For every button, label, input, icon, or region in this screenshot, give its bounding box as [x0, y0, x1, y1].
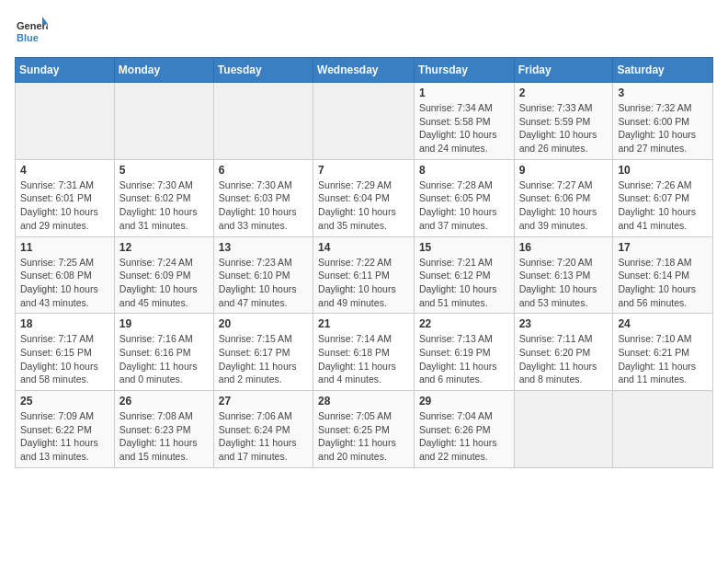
day-number: 6 [219, 164, 308, 177]
day-number: 5 [119, 164, 209, 177]
day-info: Sunrise: 7:10 AM Sunset: 6:21 PM Dayligh… [618, 332, 708, 386]
day-cell [16, 83, 115, 160]
week-row-4: 18Sunrise: 7:17 AM Sunset: 6:15 PM Dayli… [16, 314, 713, 391]
day-info: Sunrise: 7:13 AM Sunset: 6:19 PM Dayligh… [419, 332, 509, 386]
day-cell: 9Sunrise: 7:27 AM Sunset: 6:06 PM Daylig… [514, 159, 613, 236]
day-info: Sunrise: 7:15 AM Sunset: 6:17 PM Dayligh… [219, 332, 308, 386]
day-number: 8 [419, 164, 509, 177]
day-cell: 26Sunrise: 7:08 AM Sunset: 6:23 PM Dayli… [114, 391, 213, 468]
day-number: 25 [20, 395, 109, 408]
calendar-header-row: SundayMondayTuesdayWednesdayThursdayFrid… [16, 58, 713, 83]
day-cell: 8Sunrise: 7:28 AM Sunset: 6:05 PM Daylig… [414, 159, 514, 236]
day-cell: 13Sunrise: 7:23 AM Sunset: 6:10 PM Dayli… [213, 236, 313, 314]
day-cell: 20Sunrise: 7:15 AM Sunset: 6:17 PM Dayli… [213, 314, 313, 391]
day-cell: 23Sunrise: 7:11 AM Sunset: 6:20 PM Dayli… [514, 314, 613, 391]
day-number: 15 [419, 241, 509, 254]
day-info: Sunrise: 7:23 AM Sunset: 6:10 PM Dayligh… [219, 256, 308, 310]
day-cell: 17Sunrise: 7:18 AM Sunset: 6:14 PM Dayli… [613, 236, 713, 314]
day-cell [613, 391, 713, 468]
day-cell [514, 391, 613, 468]
day-cell: 18Sunrise: 7:17 AM Sunset: 6:15 PM Dayli… [16, 314, 115, 391]
week-row-5: 25Sunrise: 7:09 AM Sunset: 6:22 PM Dayli… [16, 391, 713, 468]
day-cell: 22Sunrise: 7:13 AM Sunset: 6:19 PM Dayli… [414, 314, 514, 391]
day-number: 22 [419, 317, 509, 330]
day-info: Sunrise: 7:28 AM Sunset: 6:05 PM Dayligh… [419, 178, 509, 233]
day-cell: 27Sunrise: 7:06 AM Sunset: 6:24 PM Dayli… [213, 391, 313, 468]
day-cell: 16Sunrise: 7:20 AM Sunset: 6:13 PM Dayli… [514, 236, 613, 314]
day-info: Sunrise: 7:30 AM Sunset: 6:02 PM Dayligh… [119, 178, 209, 233]
logo: General Blue [15, 15, 48, 48]
day-info: Sunrise: 7:26 AM Sunset: 6:07 PM Dayligh… [618, 178, 708, 233]
column-header-saturday: Saturday [613, 58, 713, 83]
day-number: 28 [318, 395, 409, 408]
day-cell: 3Sunrise: 7:32 AM Sunset: 6:00 PM Daylig… [613, 83, 713, 160]
day-number: 17 [618, 241, 708, 254]
day-info: Sunrise: 7:06 AM Sunset: 6:24 PM Dayligh… [219, 409, 308, 464]
day-cell: 14Sunrise: 7:22 AM Sunset: 6:11 PM Dayli… [313, 236, 415, 314]
day-number: 4 [20, 164, 109, 177]
day-number: 11 [20, 241, 109, 254]
day-number: 10 [618, 164, 708, 177]
day-info: Sunrise: 7:27 AM Sunset: 6:06 PM Dayligh… [519, 178, 609, 233]
day-cell: 2Sunrise: 7:33 AM Sunset: 5:59 PM Daylig… [514, 83, 613, 160]
day-info: Sunrise: 7:22 AM Sunset: 6:11 PM Dayligh… [318, 256, 409, 310]
day-info: Sunrise: 7:14 AM Sunset: 6:18 PM Dayligh… [318, 332, 409, 386]
day-cell: 28Sunrise: 7:05 AM Sunset: 6:25 PM Dayli… [313, 391, 415, 468]
day-cell: 7Sunrise: 7:29 AM Sunset: 6:04 PM Daylig… [313, 159, 415, 236]
day-cell: 10Sunrise: 7:26 AM Sunset: 6:07 PM Dayli… [613, 159, 713, 236]
day-number: 13 [219, 241, 308, 254]
column-header-tuesday: Tuesday [213, 58, 313, 83]
day-cell: 12Sunrise: 7:24 AM Sunset: 6:09 PM Dayli… [114, 236, 213, 314]
day-cell: 21Sunrise: 7:14 AM Sunset: 6:18 PM Dayli… [313, 314, 415, 391]
day-number: 27 [219, 395, 308, 408]
column-header-thursday: Thursday [414, 58, 514, 83]
day-cell: 29Sunrise: 7:04 AM Sunset: 6:26 PM Dayli… [414, 391, 514, 468]
day-info: Sunrise: 7:29 AM Sunset: 6:04 PM Dayligh… [318, 178, 409, 233]
day-number: 9 [519, 164, 609, 177]
day-info: Sunrise: 7:09 AM Sunset: 6:22 PM Dayligh… [20, 409, 109, 464]
day-info: Sunrise: 7:16 AM Sunset: 6:16 PM Dayligh… [119, 332, 209, 386]
day-info: Sunrise: 7:04 AM Sunset: 6:26 PM Dayligh… [419, 409, 509, 464]
day-cell: 15Sunrise: 7:21 AM Sunset: 6:12 PM Dayli… [414, 236, 514, 314]
day-cell: 25Sunrise: 7:09 AM Sunset: 6:22 PM Dayli… [16, 391, 115, 468]
day-number: 18 [20, 317, 109, 330]
day-info: Sunrise: 7:05 AM Sunset: 6:25 PM Dayligh… [318, 409, 409, 464]
page-header: General Blue [15, 15, 713, 48]
day-info: Sunrise: 7:25 AM Sunset: 6:08 PM Dayligh… [20, 256, 109, 310]
day-info: Sunrise: 7:21 AM Sunset: 6:12 PM Dayligh… [419, 256, 509, 310]
day-number: 2 [519, 86, 609, 99]
day-info: Sunrise: 7:17 AM Sunset: 6:15 PM Dayligh… [20, 332, 109, 386]
day-info: Sunrise: 7:20 AM Sunset: 6:13 PM Dayligh… [519, 256, 609, 310]
week-row-2: 4Sunrise: 7:31 AM Sunset: 6:01 PM Daylig… [16, 159, 713, 236]
day-number: 20 [219, 317, 308, 330]
day-cell: 1Sunrise: 7:34 AM Sunset: 5:58 PM Daylig… [414, 83, 514, 160]
day-info: Sunrise: 7:33 AM Sunset: 5:59 PM Dayligh… [519, 101, 609, 155]
calendar-table: SundayMondayTuesdayWednesdayThursdayFrid… [15, 57, 713, 468]
column-header-friday: Friday [514, 58, 613, 83]
day-cell: 24Sunrise: 7:10 AM Sunset: 6:21 PM Dayli… [613, 314, 713, 391]
day-info: Sunrise: 7:34 AM Sunset: 5:58 PM Dayligh… [419, 101, 509, 155]
day-number: 7 [318, 164, 409, 177]
day-cell [313, 83, 415, 160]
day-info: Sunrise: 7:18 AM Sunset: 6:14 PM Dayligh… [618, 256, 708, 310]
day-number: 26 [119, 395, 209, 408]
day-cell [213, 83, 313, 160]
day-number: 14 [318, 241, 409, 254]
day-info: Sunrise: 7:31 AM Sunset: 6:01 PM Dayligh… [20, 178, 109, 233]
week-row-1: 1Sunrise: 7:34 AM Sunset: 5:58 PM Daylig… [16, 83, 713, 160]
day-number: 21 [318, 317, 409, 330]
day-cell [114, 83, 213, 160]
week-row-3: 11Sunrise: 7:25 AM Sunset: 6:08 PM Dayli… [16, 236, 713, 314]
day-number: 12 [119, 241, 209, 254]
day-cell: 4Sunrise: 7:31 AM Sunset: 6:01 PM Daylig… [16, 159, 115, 236]
day-info: Sunrise: 7:32 AM Sunset: 6:00 PM Dayligh… [618, 101, 708, 155]
day-info: Sunrise: 7:11 AM Sunset: 6:20 PM Dayligh… [519, 332, 609, 386]
column-header-monday: Monday [114, 58, 213, 83]
logo-svg: General Blue [15, 15, 48, 48]
day-info: Sunrise: 7:24 AM Sunset: 6:09 PM Dayligh… [119, 256, 209, 310]
day-number: 1 [419, 86, 509, 99]
day-cell: 6Sunrise: 7:30 AM Sunset: 6:03 PM Daylig… [213, 159, 313, 236]
day-number: 24 [618, 317, 708, 330]
day-number: 23 [519, 317, 609, 330]
calendar-body: 1Sunrise: 7:34 AM Sunset: 5:58 PM Daylig… [16, 83, 713, 468]
